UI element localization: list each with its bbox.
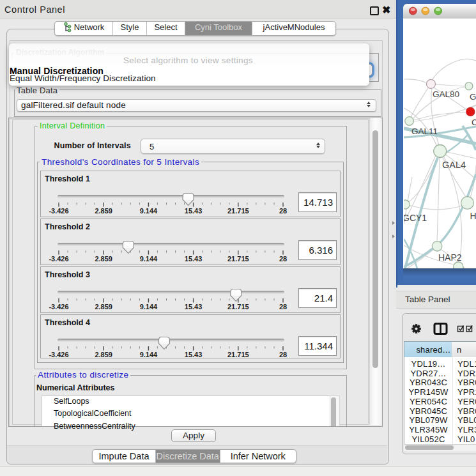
svg-text:GCY1: GCY1 — [404, 213, 427, 223]
svg-text:HAP2: HAP2 — [438, 252, 462, 263]
svg-text:G: G — [470, 92, 476, 102]
svg-text:C: C — [472, 118, 476, 127]
svg-text:GAL11: GAL11 — [411, 127, 438, 136]
svg-text:GAL4: GAL4 — [442, 160, 466, 170]
svg-text:GAL80: GAL80 — [433, 89, 459, 99]
svg-text:H: H — [470, 211, 476, 221]
